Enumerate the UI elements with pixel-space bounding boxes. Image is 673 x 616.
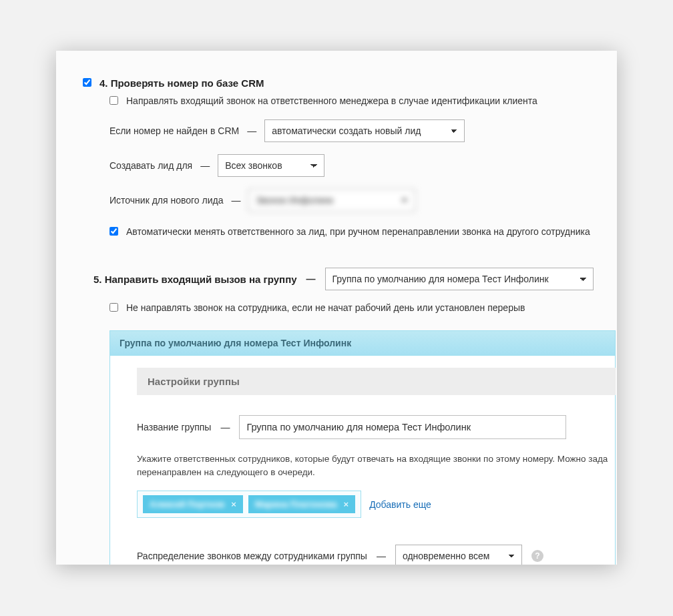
dash-separator: — bbox=[227, 195, 244, 206]
lead-source-row: Источник для нового лида — Звонок Инфоли… bbox=[109, 189, 617, 212]
responsible-tags-box: Алексей Портнов × Марина Платонова × bbox=[137, 491, 361, 518]
help-icon[interactable]: ? bbox=[531, 550, 543, 562]
not-found-row: Если номер не найден в CRM — автоматичес… bbox=[109, 119, 617, 142]
forward-to-manager-row[interactable]: Направлять входящий звонок на ответствен… bbox=[109, 95, 537, 106]
no-forward-row[interactable]: Не направлять звонок на сотрудника, если… bbox=[109, 302, 525, 313]
distribution-row: Распределение звонков между сотрудниками… bbox=[137, 545, 615, 565]
responsible-tags-area: Алексей Портнов × Марина Платонова × Доб… bbox=[137, 491, 615, 518]
section4-checkbox-label[interactable]: 4. Проверять номер по базе CRM bbox=[83, 77, 264, 89]
section4-checkbox[interactable] bbox=[83, 78, 91, 87]
settings-card: 4. Проверять номер по базе CRM Направлят… bbox=[56, 51, 617, 565]
responsible-tag[interactable]: Марина Платонова × bbox=[248, 495, 355, 513]
section4-title: 4. Проверять номер по базе CRM bbox=[99, 77, 264, 89]
auto-change-checkbox[interactable] bbox=[109, 227, 118, 236]
not-found-label: Если номер не найден в CRM bbox=[109, 125, 239, 136]
no-forward-label: Не направлять звонок на сотрудника, если… bbox=[126, 302, 525, 313]
add-more-link[interactable]: Добавить еще bbox=[369, 499, 431, 510]
dash-separator: — bbox=[196, 160, 214, 171]
section4-row: 4. Проверять номер по базе CRM bbox=[83, 77, 617, 89]
group-name-input[interactable] bbox=[239, 415, 566, 439]
distribution-select[interactable]: одновременно всем bbox=[395, 545, 522, 565]
forward-to-manager-checkbox[interactable] bbox=[109, 96, 118, 105]
auto-change-label: Автоматически менять ответственного за л… bbox=[126, 226, 590, 237]
create-lead-for-label: Создавать лид для bbox=[109, 160, 192, 171]
create-lead-for-row: Создавать лид для — Всех звонков bbox=[109, 154, 617, 177]
not-found-select[interactable]: автоматически создать новый лид bbox=[264, 119, 465, 142]
responsible-tag-name: Алексей Портнов bbox=[150, 499, 224, 509]
auto-change-row[interactable]: Автоматически менять ответственного за л… bbox=[109, 226, 590, 237]
distribution-label: Распределение звонков между сотрудниками… bbox=[137, 551, 367, 561]
dash-separator: — bbox=[216, 422, 234, 432]
dash-separator: — bbox=[302, 274, 320, 284]
tag-remove-icon[interactable]: × bbox=[231, 499, 236, 509]
no-forward-checkbox[interactable] bbox=[109, 303, 118, 312]
dash-separator: — bbox=[373, 551, 390, 561]
forward-to-manager-label: Направлять входящий звонок на ответствен… bbox=[126, 95, 537, 106]
group-panel-body: Настройки группы Название группы — Укажи… bbox=[110, 356, 615, 565]
group-settings-title: Настройки группы bbox=[137, 368, 616, 395]
group-name-row: Название группы — bbox=[137, 415, 615, 439]
dash-separator: — bbox=[243, 125, 260, 136]
create-lead-for-select[interactable]: Всех звонков bbox=[218, 154, 324, 177]
group-panel: Группа по умолчанию для номера Тест Инфо… bbox=[109, 330, 616, 565]
section5-title: 5. Направить входящий вызов на группу bbox=[93, 274, 297, 285]
section5-group-select[interactable]: Группа по умолчанию для номера Тест Инфо… bbox=[325, 268, 594, 290]
tag-remove-icon[interactable]: × bbox=[344, 499, 349, 509]
group-panel-header: Группа по умолчанию для номера Тест Инфо… bbox=[110, 331, 615, 356]
responsible-tag-name: Марина Платонова bbox=[255, 499, 337, 509]
section5-row: 5. Направить входящий вызов на группу — … bbox=[93, 268, 617, 290]
group-name-label: Название группы bbox=[137, 422, 211, 432]
responsible-tag[interactable]: Алексей Портнов × bbox=[143, 495, 243, 513]
lead-source-select[interactable]: Звонок Инфолинк bbox=[248, 189, 415, 212]
group-help-text: Укажите ответственных сотрудников, котор… bbox=[137, 452, 615, 479]
lead-source-label: Источник для нового лида bbox=[109, 195, 223, 206]
